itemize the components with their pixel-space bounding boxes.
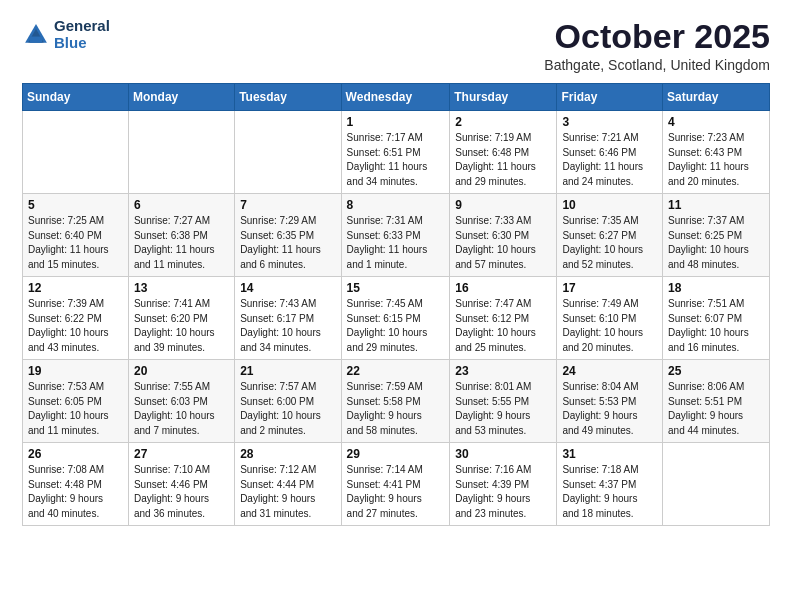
day-info: Sunrise: 7:23 AM Sunset: 6:43 PM Dayligh… [668,131,764,189]
day-info: Sunrise: 7:21 AM Sunset: 6:46 PM Dayligh… [562,131,657,189]
col-monday: Monday [128,84,234,111]
table-row: 17Sunrise: 7:49 AM Sunset: 6:10 PM Dayli… [557,277,663,360]
day-number: 12 [28,281,123,295]
day-info: Sunrise: 7:10 AM Sunset: 4:46 PM Dayligh… [134,463,229,521]
svg-rect-2 [30,36,42,42]
day-number: 5 [28,198,123,212]
table-row: 12Sunrise: 7:39 AM Sunset: 6:22 PM Dayli… [23,277,129,360]
col-thursday: Thursday [450,84,557,111]
table-row: 8Sunrise: 7:31 AM Sunset: 6:33 PM Daylig… [341,194,450,277]
table-row: 10Sunrise: 7:35 AM Sunset: 6:27 PM Dayli… [557,194,663,277]
day-info: Sunrise: 7:49 AM Sunset: 6:10 PM Dayligh… [562,297,657,355]
location: Bathgate, Scotland, United Kingdom [544,57,770,73]
day-number: 20 [134,364,229,378]
day-number: 25 [668,364,764,378]
day-number: 24 [562,364,657,378]
table-row [663,443,770,526]
day-number: 15 [347,281,445,295]
table-row: 4Sunrise: 7:23 AM Sunset: 6:43 PM Daylig… [663,111,770,194]
table-row: 15Sunrise: 7:45 AM Sunset: 6:15 PM Dayli… [341,277,450,360]
day-number: 9 [455,198,551,212]
day-info: Sunrise: 7:47 AM Sunset: 6:12 PM Dayligh… [455,297,551,355]
day-info: Sunrise: 7:45 AM Sunset: 6:15 PM Dayligh… [347,297,445,355]
day-number: 8 [347,198,445,212]
calendar-week-row: 26Sunrise: 7:08 AM Sunset: 4:48 PM Dayli… [23,443,770,526]
day-info: Sunrise: 7:17 AM Sunset: 6:51 PM Dayligh… [347,131,445,189]
day-info: Sunrise: 7:43 AM Sunset: 6:17 PM Dayligh… [240,297,335,355]
day-info: Sunrise: 7:57 AM Sunset: 6:00 PM Dayligh… [240,380,335,438]
day-info: Sunrise: 7:16 AM Sunset: 4:39 PM Dayligh… [455,463,551,521]
day-info: Sunrise: 8:01 AM Sunset: 5:55 PM Dayligh… [455,380,551,438]
logo-general-text: General [54,18,110,35]
calendar-header-row: Sunday Monday Tuesday Wednesday Thursday… [23,84,770,111]
day-number: 6 [134,198,229,212]
table-row: 2Sunrise: 7:19 AM Sunset: 6:48 PM Daylig… [450,111,557,194]
calendar-week-row: 12Sunrise: 7:39 AM Sunset: 6:22 PM Dayli… [23,277,770,360]
day-number: 16 [455,281,551,295]
calendar-week-row: 1Sunrise: 7:17 AM Sunset: 6:51 PM Daylig… [23,111,770,194]
day-number: 4 [668,115,764,129]
page: General Blue October 2025 Bathgate, Scot… [0,0,792,612]
day-number: 11 [668,198,764,212]
day-info: Sunrise: 7:35 AM Sunset: 6:27 PM Dayligh… [562,214,657,272]
table-row: 13Sunrise: 7:41 AM Sunset: 6:20 PM Dayli… [128,277,234,360]
day-number: 22 [347,364,445,378]
table-row: 26Sunrise: 7:08 AM Sunset: 4:48 PM Dayli… [23,443,129,526]
day-number: 30 [455,447,551,461]
day-info: Sunrise: 7:51 AM Sunset: 6:07 PM Dayligh… [668,297,764,355]
table-row: 31Sunrise: 7:18 AM Sunset: 4:37 PM Dayli… [557,443,663,526]
col-sunday: Sunday [23,84,129,111]
day-info: Sunrise: 7:33 AM Sunset: 6:30 PM Dayligh… [455,214,551,272]
day-number: 3 [562,115,657,129]
logo-text: General Blue [54,18,110,51]
table-row: 11Sunrise: 7:37 AM Sunset: 6:25 PM Dayli… [663,194,770,277]
col-tuesday: Tuesday [235,84,341,111]
col-saturday: Saturday [663,84,770,111]
month-title: October 2025 [544,18,770,55]
table-row: 9Sunrise: 7:33 AM Sunset: 6:30 PM Daylig… [450,194,557,277]
logo: General Blue [22,18,110,51]
col-friday: Friday [557,84,663,111]
day-number: 26 [28,447,123,461]
day-info: Sunrise: 7:37 AM Sunset: 6:25 PM Dayligh… [668,214,764,272]
table-row: 24Sunrise: 8:04 AM Sunset: 5:53 PM Dayli… [557,360,663,443]
table-row [23,111,129,194]
day-info: Sunrise: 7:41 AM Sunset: 6:20 PM Dayligh… [134,297,229,355]
table-row: 7Sunrise: 7:29 AM Sunset: 6:35 PM Daylig… [235,194,341,277]
table-row: 22Sunrise: 7:59 AM Sunset: 5:58 PM Dayli… [341,360,450,443]
day-number: 10 [562,198,657,212]
day-number: 2 [455,115,551,129]
day-number: 29 [347,447,445,461]
table-row: 28Sunrise: 7:12 AM Sunset: 4:44 PM Dayli… [235,443,341,526]
day-info: Sunrise: 7:29 AM Sunset: 6:35 PM Dayligh… [240,214,335,272]
table-row: 5Sunrise: 7:25 AM Sunset: 6:40 PM Daylig… [23,194,129,277]
day-info: Sunrise: 7:59 AM Sunset: 5:58 PM Dayligh… [347,380,445,438]
table-row: 6Sunrise: 7:27 AM Sunset: 6:38 PM Daylig… [128,194,234,277]
logo-blue-text: Blue [54,35,110,52]
day-info: Sunrise: 7:31 AM Sunset: 6:33 PM Dayligh… [347,214,445,272]
calendar-table: Sunday Monday Tuesday Wednesday Thursday… [22,83,770,526]
day-number: 23 [455,364,551,378]
table-row: 20Sunrise: 7:55 AM Sunset: 6:03 PM Dayli… [128,360,234,443]
calendar-week-row: 5Sunrise: 7:25 AM Sunset: 6:40 PM Daylig… [23,194,770,277]
day-number: 31 [562,447,657,461]
day-info: Sunrise: 7:18 AM Sunset: 4:37 PM Dayligh… [562,463,657,521]
table-row: 19Sunrise: 7:53 AM Sunset: 6:05 PM Dayli… [23,360,129,443]
day-info: Sunrise: 7:55 AM Sunset: 6:03 PM Dayligh… [134,380,229,438]
table-row: 23Sunrise: 8:01 AM Sunset: 5:55 PM Dayli… [450,360,557,443]
day-number: 17 [562,281,657,295]
day-number: 7 [240,198,335,212]
table-row: 1Sunrise: 7:17 AM Sunset: 6:51 PM Daylig… [341,111,450,194]
day-info: Sunrise: 7:39 AM Sunset: 6:22 PM Dayligh… [28,297,123,355]
table-row: 16Sunrise: 7:47 AM Sunset: 6:12 PM Dayli… [450,277,557,360]
table-row [235,111,341,194]
day-number: 28 [240,447,335,461]
table-row: 27Sunrise: 7:10 AM Sunset: 4:46 PM Dayli… [128,443,234,526]
day-info: Sunrise: 7:14 AM Sunset: 4:41 PM Dayligh… [347,463,445,521]
day-info: Sunrise: 7:53 AM Sunset: 6:05 PM Dayligh… [28,380,123,438]
day-info: Sunrise: 7:27 AM Sunset: 6:38 PM Dayligh… [134,214,229,272]
day-info: Sunrise: 7:12 AM Sunset: 4:44 PM Dayligh… [240,463,335,521]
logo-icon [22,21,50,49]
day-info: Sunrise: 7:19 AM Sunset: 6:48 PM Dayligh… [455,131,551,189]
table-row: 21Sunrise: 7:57 AM Sunset: 6:00 PM Dayli… [235,360,341,443]
